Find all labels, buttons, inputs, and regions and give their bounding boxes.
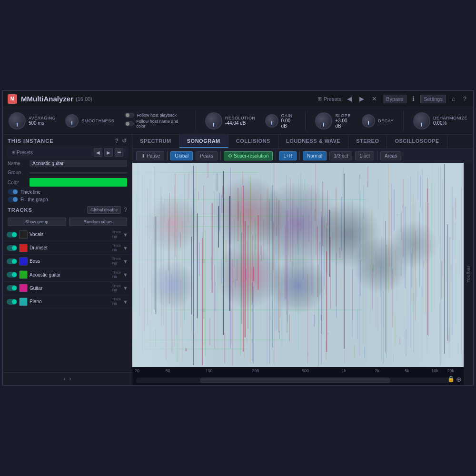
follow-host-label: Follow host playback <box>137 113 177 118</box>
track-expand-0[interactable]: ▼ <box>123 232 128 238</box>
app-logo: M <box>8 94 17 104</box>
track-expand-2[interactable]: ▼ <box>123 258 128 264</box>
sonogram-container[interactable]: 20 50 100 200 500 1k 2k 5k 10k 20k 🔒 ⊕ <box>132 163 473 385</box>
tab-sonogram[interactable]: SONOGRAM <box>179 135 228 148</box>
nav-left-icon[interactable]: ‹ <box>64 376 66 382</box>
tab-collisions[interactable]: COLLISIONS <box>228 135 278 148</box>
toolbar-divider-2 <box>220 151 221 160</box>
track-enable-0[interactable] <box>7 232 17 238</box>
this-instance-header: THIS INSTANCE ? ↺ <box>3 135 132 146</box>
track-enable-4[interactable] <box>7 285 17 291</box>
global-btn[interactable]: Global <box>170 151 193 160</box>
prev-preset-btn[interactable]: ◀ <box>345 94 354 103</box>
smoothness-label: SMOOTHNESS <box>81 119 114 123</box>
track-expand-1[interactable]: ▼ <box>123 245 128 251</box>
name-label: Name <box>8 161 27 166</box>
sidebar: THIS INSTANCE ? ↺ ⊞ Presets ◀ ▶ ☰ Name A… <box>3 135 132 385</box>
one-oct-btn[interactable]: 1 oct <box>355 151 374 160</box>
track-enable-1[interactable] <box>7 245 17 251</box>
track-color-3[interactable] <box>19 270 28 279</box>
deharmonize-label: DEHARMONIZE <box>433 116 467 120</box>
freq-500: 500 <box>302 368 309 373</box>
smoothness-group: SMOOTHNESS <box>65 114 114 128</box>
track-enable-5[interactable] <box>7 299 17 305</box>
freq-100: 100 <box>206 368 213 373</box>
global-disable-btn[interactable]: Global disable <box>87 206 121 214</box>
track-enable-2[interactable] <box>7 258 17 264</box>
follow-host-option[interactable]: Follow host playback <box>125 113 186 118</box>
menu-instance-preset-btn[interactable]: ☰ <box>115 148 123 157</box>
peaks-btn[interactable]: Peaks <box>196 151 218 160</box>
prev-instance-preset-btn[interactable]: ◀ <box>94 148 102 157</box>
track-color-5[interactable] <box>19 298 28 306</box>
areas-btn[interactable]: Areas <box>380 151 401 160</box>
slope-knob[interactable] <box>315 112 332 129</box>
track-expand-3[interactable]: ▼ <box>123 272 128 278</box>
deharmonize-knob[interactable] <box>413 112 430 129</box>
show-group-btn[interactable]: Show group <box>8 218 66 226</box>
zoom-in-icon[interactable]: ⊕ <box>456 376 462 383</box>
track-enable-3[interactable] <box>7 272 17 278</box>
tabs-bar: SPECTRUM SONOGRAM COLLISIONS LOUDNESS & … <box>132 135 473 149</box>
lr-btn[interactable]: L+R <box>279 151 297 160</box>
decay-knob[interactable] <box>362 114 375 128</box>
settings-btn[interactable]: Settings <box>420 95 446 103</box>
track-item: Drumset Thick Fill ▼ <box>3 241 132 255</box>
refresh-instance-icon[interactable]: ↺ <box>122 138 127 144</box>
track-color-0[interactable] <box>19 230 28 239</box>
lock-icon[interactable]: 🔒 <box>447 376 455 383</box>
fill-graph-toggle[interactable] <box>8 197 18 202</box>
close-preset-btn[interactable]: ✕ <box>370 94 379 103</box>
smoothness-knob[interactable] <box>65 114 79 128</box>
follow-host-name-option[interactable]: Follow host name and color <box>125 119 186 129</box>
group-value[interactable] <box>30 172 127 174</box>
track-item: Vocals Thick Fill ▼ <box>3 228 132 241</box>
color-field-row: Color <box>3 177 132 188</box>
analyzer-toolbar: ⏸ Pause Global Peaks ⚙ Super-resolution … <box>132 149 473 163</box>
decay-group: DECAY <box>362 114 394 128</box>
help-icon[interactable]: ? <box>461 94 468 103</box>
follow-host-name-toggle[interactable] <box>125 121 134 126</box>
pause-btn[interactable]: ⏸ Pause <box>136 151 164 160</box>
super-resolution-btn[interactable]: ⚙ Super-resolution <box>224 151 273 160</box>
instance-presets-toolbar: ⊞ Presets ◀ ▶ ☰ <box>7 146 128 159</box>
plugin-window: M MMultiAnalyzer (16.00) ⊞ Presets ◀ ▶ ✕… <box>2 90 474 386</box>
color-value[interactable] <box>30 178 127 187</box>
home-icon[interactable]: ⌂ <box>450 94 457 103</box>
thick-line-toggle[interactable] <box>8 189 18 195</box>
freq-20: 20 <box>135 368 139 373</box>
gain-knob[interactable] <box>265 114 278 128</box>
track-expand-4[interactable]: ▼ <box>123 285 128 291</box>
name-value[interactable]: Acoustic guitar <box>30 160 127 167</box>
group-field-row: Group <box>3 169 132 177</box>
app-name: MMultiAnalyzer <box>21 95 73 103</box>
resolution-knob[interactable] <box>205 112 222 129</box>
bypass-btn[interactable]: Bypass <box>383 95 407 103</box>
toolbar-divider-5 <box>377 151 377 160</box>
tab-oscilloscope[interactable]: OSCILLOSCOPE <box>387 135 447 148</box>
freq-5k: 5k <box>405 368 409 373</box>
sonogram-visual <box>132 163 464 367</box>
next-instance-preset-btn[interactable]: ▶ <box>104 148 113 157</box>
track-color-4[interactable] <box>19 284 28 292</box>
scrollbar-horizontal[interactable] <box>136 377 454 383</box>
follow-host-toggle[interactable] <box>125 113 134 118</box>
presets-label[interactable]: ⊞ Presets <box>317 96 341 102</box>
tab-loudness-wave[interactable]: LOUDNESS & WAVE <box>278 135 348 148</box>
track-color-1[interactable] <box>19 244 28 252</box>
help-instance-icon[interactable]: ? <box>115 138 119 144</box>
normal-btn[interactable]: Normal <box>303 151 327 160</box>
nav-right-icon[interactable]: › <box>69 376 71 382</box>
averaging-knob[interactable] <box>9 112 26 129</box>
knobs-bar: AVERAGING 500 ms SMOOTHNESS Follow host … <box>3 107 473 135</box>
third-oct-btn[interactable]: 1/3 oct <box>329 151 352 160</box>
tab-spectrum[interactable]: SPECTRUM <box>132 135 179 148</box>
tracks-help-icon[interactable]: ? <box>124 207 127 213</box>
track-expand-5[interactable]: ▼ <box>123 299 128 305</box>
track-color-2[interactable] <box>19 257 28 266</box>
info-icon[interactable]: ℹ <box>410 94 416 103</box>
random-colors-btn[interactable]: Random colors <box>69 218 128 226</box>
tab-stereo[interactable]: STEREO <box>348 135 387 148</box>
next-preset-btn[interactable]: ▶ <box>357 94 366 103</box>
title-controls: ⊞ Presets ◀ ▶ ✕ Bypass ℹ Settings ⌂ ? <box>317 94 468 103</box>
